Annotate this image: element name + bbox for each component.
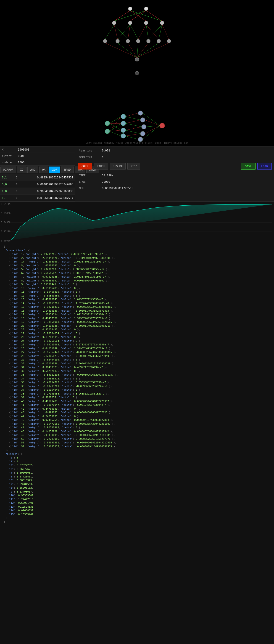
json-bias-line: "4": 1.59006081, xyxy=(9,471,270,475)
json-bias-line: "11": 1.27427819, xyxy=(9,498,270,502)
json-bias-line: "1": 0, xyxy=(9,460,270,464)
tt-inputs-3: 1,0 xyxy=(2,190,13,193)
svg-line-71 xyxy=(145,120,160,126)
json-connection-line: { "id": 22, "weight": -0.98184054, "delt… xyxy=(9,332,270,336)
pause-button[interactable]: PAUSE xyxy=(94,163,108,170)
svg-line-24 xyxy=(114,25,118,39)
x-param-row: X 1000000 xyxy=(0,146,75,153)
goes-button[interactable]: GOES xyxy=(78,163,92,170)
x-label: X xyxy=(2,148,18,151)
json-connection-line: { "id": 47, "weight": -0.90730968, "delt… xyxy=(9,426,270,430)
json-connection-line: { "id": 51, "weight": -1.66090851, "delt… xyxy=(9,441,270,445)
svg-line-41 xyxy=(137,43,169,58)
tt-expected-2: 0 xyxy=(13,183,20,186)
json-connection-line: { "id": 38, "weight": -0.27993958, "delt… xyxy=(9,392,270,396)
tt-inputs-4: 1,1 xyxy=(2,196,13,200)
update-param-row: update 1000 xyxy=(0,159,75,166)
or-button[interactable]: OR xyxy=(39,166,48,173)
network-svg-top xyxy=(82,4,192,92)
svg-point-50 xyxy=(140,118,145,122)
neural-viz-top xyxy=(0,0,274,96)
y-label-3: 0.34558 xyxy=(1,221,10,224)
json-bias-line: "2": 0.37527252, xyxy=(9,464,270,468)
json-bias-line: "8": 0.35203162, xyxy=(9,486,270,490)
svg-line-55 xyxy=(110,116,121,123)
time-label: TIME xyxy=(79,174,102,177)
action-buttons-row: GOES PAUSE RESUME STOP SAVE LOAD xyxy=(75,161,274,171)
svg-line-59 xyxy=(110,123,121,131)
svg-line-69 xyxy=(126,136,138,139)
and-button[interactable]: AND xyxy=(27,166,38,173)
svg-point-9 xyxy=(136,39,140,43)
neural-viz-3d: Left-click: rotate. Mouse-wheel/middle-c… xyxy=(0,96,274,146)
main-divider: X 1000000 cutoff 0.01 update 1000 MIRROR… xyxy=(0,146,274,202)
json-bias-line: "6": 0.68815973, xyxy=(9,478,270,482)
y-label-4: 0.17279 xyxy=(1,230,10,233)
connections-section: "connections": { { "id": 1, "weight": 2.… xyxy=(5,249,270,452)
json-bias-line: "13": 0.12594835, xyxy=(9,505,270,509)
epoch-value: 79000 xyxy=(102,180,110,184)
nand-button[interactable]: NAND xyxy=(61,166,74,173)
json-close-brace: } xyxy=(4,520,270,524)
json-bias-line: "12": 0.68001491, xyxy=(9,501,270,505)
x-value: 1000000 xyxy=(18,148,29,151)
json-connection-line: { "id": 10, "weight": 0.19996481, "delta… xyxy=(9,286,270,290)
xor-button[interactable]: XOR xyxy=(49,166,60,173)
load-button[interactable]: LOAD xyxy=(257,163,272,170)
x2-button[interactable]: X2 xyxy=(17,166,26,173)
chart-y-labels: 0.69115 0.51836 0.34558 0.17279 0.00000 xyxy=(0,202,11,243)
json-bias-line: "15": 0.10335442 xyxy=(9,513,270,516)
svg-point-51 xyxy=(142,124,146,129)
momentum-param-row: momentum 5 xyxy=(79,154,270,160)
resume-button[interactable]: RESUME xyxy=(110,163,126,170)
json-open-brace: { xyxy=(4,245,270,249)
svg-point-11 xyxy=(157,39,161,43)
left-control-panel: X 1000000 cutoff 0.01 update 1000 MIRROR… xyxy=(0,146,75,202)
json-connection-line: { "id": 31, "weight": 0.36493123, "delta… xyxy=(9,366,270,370)
json-connection-line: { "id": 35, "weight": -0.48014722, "delt… xyxy=(9,380,270,384)
json-connection-line: { "id": 41, "weight": -0.99670047, "delt… xyxy=(9,403,270,407)
svg-point-6 xyxy=(103,39,107,43)
svg-line-73 xyxy=(145,126,160,134)
svg-line-62 xyxy=(126,113,138,116)
json-bias-line: "10": 0.95389302, xyxy=(9,494,270,498)
mse-status-row: MSE 0.00791588014720515 xyxy=(79,185,270,192)
svg-line-39 xyxy=(137,43,148,58)
mirror-button[interactable]: MIRROR xyxy=(0,166,16,173)
json-connection-line: { "id": 19, "weight": -0.38958968, "delt… xyxy=(9,320,270,324)
json-connection-line: { "id": 44, "weight": 0.24259833, "delta… xyxy=(9,415,270,418)
svg-point-2 xyxy=(112,21,116,25)
svg-point-5 xyxy=(160,21,164,25)
mse-label: MSE xyxy=(79,187,102,190)
svg-line-66 xyxy=(126,127,142,130)
svg-line-23 xyxy=(105,25,114,39)
json-connection-line: { "id": 13, "weight": 0.41698243, "delta… xyxy=(9,298,270,302)
tt-expected-1: 1 xyxy=(13,176,20,179)
json-connection-line: { "id": 18, "weight": 0.46457129, "delta… xyxy=(9,317,270,320)
json-connection-line: { "id": 39, "weight": 0.5682255, "delta"… xyxy=(9,396,270,400)
svg-line-29 xyxy=(138,25,146,39)
svg-point-53 xyxy=(138,137,143,142)
json-connection-line: { "id": 28, "weight": 1.17806673, "delta… xyxy=(9,354,270,358)
json-connection-line: { "id": 27, "weight": -1.15367428, "delt… xyxy=(9,350,270,354)
svg-point-45 xyxy=(121,114,126,119)
stop-button[interactable]: STOP xyxy=(127,163,140,170)
table-row: 0,0 0 0.06485701598825349690 xyxy=(0,181,75,188)
tt-output-4: 0.01960588687948687514 xyxy=(20,196,73,200)
momentum-value: 5 xyxy=(102,155,103,158)
json-connection-line: { "id": 14, "weight": -0.79051265, "delt… xyxy=(9,302,270,306)
svg-line-63 xyxy=(126,116,140,120)
json-connection-line: { "id": 29, "weight": -0.62404199, "delt… xyxy=(9,358,270,362)
json-connection-line: { "id": 12, "weight": -0.60550589, "delt… xyxy=(9,294,270,298)
cutoff-value: 0.01 xyxy=(18,154,24,158)
table-row: 0,1 1 0.88254180625845457531 xyxy=(0,174,75,181)
svg-point-49 xyxy=(138,111,143,115)
json-connection-line: { "id": 43, "weight": 1.64494857, "delta… xyxy=(9,411,270,415)
json-connection-line: { "id": 50, "weight": -0.22783986, "delt… xyxy=(9,437,270,441)
json-connection-line: { "id": 34, "weight": -0.04836575, "delt… xyxy=(9,377,270,381)
save-button[interactable]: SAVE xyxy=(241,163,256,170)
y-label-2: 0.51836 xyxy=(1,212,10,214)
svg-point-1 xyxy=(144,7,148,10)
json-connection-line: { "id": 36, "weight": -0.09711201, "delt… xyxy=(9,384,270,388)
svg-line-72 xyxy=(146,126,160,127)
